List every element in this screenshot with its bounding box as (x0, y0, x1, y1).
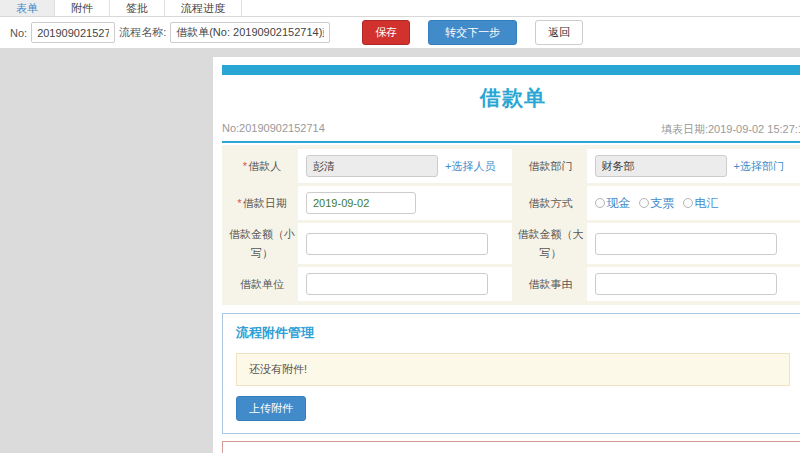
borrower-input[interactable] (306, 155, 438, 177)
amount-big-cell (587, 223, 800, 264)
department-input[interactable] (595, 155, 727, 177)
approval-section: 流程签批意见 B I abc (222, 441, 800, 453)
loan-method-cell: 现金 支票 电汇 (587, 186, 800, 220)
form-meta-row: No:20190902152714 填表日期:2019-09-02 15:27:… (222, 122, 800, 137)
amount-big-label: 借款金额（大写） (515, 223, 587, 264)
top-bar: 表单 附件 签批 流程进度 No: 流程名称: 保存 转交下一步 返回 (0, 0, 800, 48)
form-no-text: No:20190902152714 (222, 122, 325, 137)
process-name-label: 流程名称: (119, 25, 166, 40)
form-row-3: 借款金额（小写） 借款金额（大写） (226, 223, 800, 264)
amount-small-input[interactable] (306, 233, 488, 255)
action-toolbar: No: 流程名称: 保存 转交下一步 返回 (0, 17, 800, 48)
form-row-1: *借款人 +选择人员 借款部门 +选择部门 (226, 149, 800, 183)
radio-circle-icon (595, 198, 605, 208)
panel-accent-bar (222, 65, 800, 75)
radio-cash-label: 现金 (607, 195, 631, 212)
attachments-section: 流程附件管理 还没有附件! 上传附件 (222, 313, 800, 434)
tab-strip: 表单 附件 签批 流程进度 (0, 0, 800, 17)
no-label: No: (10, 27, 27, 39)
back-button[interactable]: 返回 (535, 20, 583, 45)
form-row-4: 借款单位 借款事由 (226, 267, 800, 301)
workspace: 借款单 No:20190902152714 填表日期:2019-09-02 15… (0, 48, 800, 453)
loan-method-label: 借款方式 (515, 186, 587, 220)
department-cell: +选择部门 (587, 149, 800, 183)
amount-big-input[interactable] (595, 233, 777, 255)
borrower-label: *借款人 (226, 149, 298, 183)
form-date-text: 填表日期:2019-09-02 15:27:1 (661, 122, 800, 137)
divider (222, 141, 800, 143)
upload-attachment-button[interactable]: 上传附件 (236, 396, 306, 421)
forward-next-step-button[interactable]: 转交下一步 (428, 20, 517, 45)
save-button[interactable]: 保存 (362, 20, 410, 45)
attachments-heading: 流程附件管理 (236, 324, 790, 342)
select-person-link[interactable]: +选择人员 (445, 159, 495, 174)
no-attachments-alert: 还没有附件! (236, 353, 790, 386)
loan-unit-label: 借款单位 (226, 267, 298, 301)
loan-date-label: *借款日期 (226, 186, 298, 220)
amount-small-cell (298, 223, 512, 264)
loan-reason-label: 借款事由 (515, 267, 587, 301)
radio-cash[interactable]: 现金 (595, 195, 631, 212)
loan-reason-cell (587, 267, 800, 301)
form-row-2: *借款日期 借款方式 现金 支票 (226, 186, 800, 220)
tab-attachments[interactable]: 附件 (55, 0, 110, 16)
radio-circle-icon (639, 198, 649, 208)
required-mark: * (237, 197, 241, 209)
loan-unit-cell (298, 267, 512, 301)
department-label: 借款部门 (515, 149, 587, 183)
process-name-input[interactable] (170, 22, 330, 43)
borrower-cell: +选择人员 (298, 149, 512, 183)
amount-small-label: 借款金额（小写） (226, 223, 298, 264)
loan-method-radio-group: 现金 支票 电汇 (595, 195, 719, 212)
loan-form-table: *借款人 +选择人员 借款部门 +选择部门 *借款日期 (222, 145, 800, 305)
page-title: 借款单 (222, 84, 800, 112)
tab-form[interactable]: 表单 (0, 0, 55, 16)
loan-date-input[interactable] (306, 192, 416, 214)
select-department-link[interactable]: +选择部门 (734, 159, 784, 174)
form-panel: 借款单 No:20190902152714 填表日期:2019-09-02 15… (213, 57, 800, 453)
radio-wire-label: 电汇 (695, 195, 719, 212)
radio-cheque[interactable]: 支票 (639, 195, 675, 212)
radio-cheque-label: 支票 (651, 195, 675, 212)
radio-wire[interactable]: 电汇 (683, 195, 719, 212)
radio-circle-icon (683, 198, 693, 208)
tab-approval[interactable]: 签批 (110, 0, 165, 16)
loan-unit-input[interactable] (306, 273, 488, 295)
no-input[interactable] (31, 22, 115, 43)
loan-date-cell (298, 186, 512, 220)
tab-process-progress[interactable]: 流程进度 (165, 0, 242, 16)
loan-reason-input[interactable] (595, 273, 777, 295)
required-mark: * (243, 160, 247, 172)
